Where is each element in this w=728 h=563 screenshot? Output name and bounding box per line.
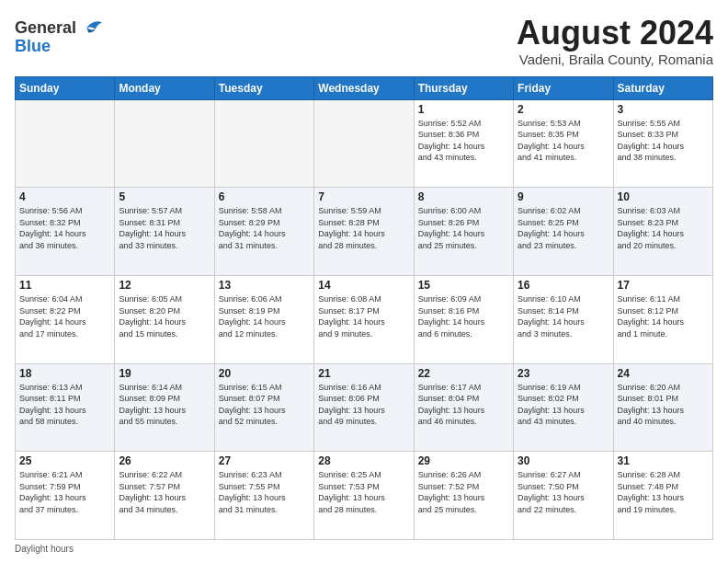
page: General Blue August 2024 Vadeni, Braila … (0, 0, 728, 563)
day-number: 19 (119, 367, 210, 380)
day-number: 26 (119, 454, 210, 467)
day-number: 2 (518, 103, 609, 116)
calendar-cell-w4-d4: 29Sunrise: 6:26 AM Sunset: 7:52 PM Dayli… (414, 452, 513, 540)
day-info: Sunrise: 6:16 AM Sunset: 8:06 PM Dayligh… (318, 382, 409, 428)
calendar-cell-w3-d3: 21Sunrise: 6:16 AM Sunset: 8:06 PM Dayli… (314, 363, 414, 452)
calendar-cell-w2-d3: 14Sunrise: 6:08 AM Sunset: 8:17 PM Dayli… (314, 275, 414, 363)
calendar-table: SundayMondayTuesdayWednesdayThursdayFrid… (15, 76, 713, 540)
day-info: Sunrise: 6:10 AM Sunset: 8:14 PM Dayligh… (518, 293, 609, 339)
day-number: 9 (518, 190, 609, 203)
calendar-cell-w3-d6: 24Sunrise: 6:20 AM Sunset: 8:01 PM Dayli… (613, 363, 712, 452)
day-info: Sunrise: 6:04 AM Sunset: 8:22 PM Dayligh… (19, 293, 110, 339)
title-block: August 2024 Vadeni, Braila County, Roman… (517, 15, 713, 67)
day-info: Sunrise: 6:25 AM Sunset: 7:53 PM Dayligh… (318, 469, 409, 515)
calendar-cell-w1-d2: 6Sunrise: 5:58 AM Sunset: 8:29 PM Daylig… (214, 188, 313, 276)
calendar-cell-w4-d3: 28Sunrise: 6:25 AM Sunset: 7:53 PM Dayli… (314, 452, 414, 540)
day-info: Sunrise: 6:08 AM Sunset: 8:17 PM Dayligh… (318, 293, 409, 339)
day-number: 27 (219, 454, 310, 467)
day-info: Sunrise: 5:52 AM Sunset: 8:36 PM Dayligh… (418, 118, 509, 164)
logo: General Blue (15, 15, 104, 56)
day-info: Sunrise: 6:21 AM Sunset: 7:59 PM Dayligh… (19, 469, 110, 515)
day-info: Sunrise: 6:19 AM Sunset: 8:02 PM Dayligh… (518, 382, 609, 428)
day-number: 24 (618, 367, 709, 380)
day-number: 10 (618, 190, 709, 203)
day-info: Sunrise: 6:20 AM Sunset: 8:01 PM Dayligh… (618, 382, 709, 428)
calendar-cell-w1-d5: 9Sunrise: 6:02 AM Sunset: 8:25 PM Daylig… (514, 188, 613, 276)
day-info: Sunrise: 6:28 AM Sunset: 7:48 PM Dayligh… (618, 469, 709, 515)
day-info: Sunrise: 5:58 AM Sunset: 8:29 PM Dayligh… (219, 205, 310, 251)
calendar-cell-w0-d3 (314, 99, 414, 188)
day-info: Sunrise: 6:02 AM Sunset: 8:25 PM Dayligh… (518, 205, 609, 251)
footer-note: Daylight hours (15, 544, 713, 554)
calendar-cell-w4-d1: 26Sunrise: 6:22 AM Sunset: 7:57 PM Dayli… (115, 452, 214, 540)
week-row-1: 4Sunrise: 5:56 AM Sunset: 8:32 PM Daylig… (16, 188, 713, 276)
day-number: 11 (19, 279, 110, 292)
calendar-cell-w2-d5: 16Sunrise: 6:10 AM Sunset: 8:14 PM Dayli… (514, 275, 613, 363)
day-info: Sunrise: 6:03 AM Sunset: 8:23 PM Dayligh… (618, 205, 709, 251)
day-info: Sunrise: 6:27 AM Sunset: 7:50 PM Dayligh… (518, 469, 609, 515)
calendar-cell-w1-d6: 10Sunrise: 6:03 AM Sunset: 8:23 PM Dayli… (613, 188, 712, 276)
day-info: Sunrise: 6:17 AM Sunset: 8:04 PM Dayligh… (418, 382, 509, 428)
day-number: 31 (618, 454, 709, 467)
header-monday: Monday (115, 76, 214, 99)
day-number: 1 (418, 103, 509, 116)
calendar-cell-w4-d6: 31Sunrise: 6:28 AM Sunset: 7:48 PM Dayli… (613, 452, 712, 540)
day-info: Sunrise: 5:53 AM Sunset: 8:35 PM Dayligh… (518, 118, 609, 164)
day-info: Sunrise: 6:00 AM Sunset: 8:26 PM Dayligh… (418, 205, 509, 251)
header-wednesday: Wednesday (314, 76, 414, 99)
calendar-cell-w1-d0: 4Sunrise: 5:56 AM Sunset: 8:32 PM Daylig… (16, 188, 115, 276)
main-title: August 2024 (517, 15, 713, 52)
calendar-cell-w3-d0: 18Sunrise: 6:13 AM Sunset: 8:11 PM Dayli… (16, 363, 115, 452)
week-row-3: 18Sunrise: 6:13 AM Sunset: 8:11 PM Dayli… (16, 363, 713, 452)
day-number: 21 (318, 367, 409, 380)
day-number: 15 (418, 279, 509, 292)
day-number: 4 (19, 190, 110, 203)
calendar-cell-w2-d4: 15Sunrise: 6:09 AM Sunset: 8:16 PM Dayli… (414, 275, 513, 363)
calendar-cell-w0-d0 (16, 99, 115, 188)
day-number: 23 (518, 367, 609, 380)
calendar-cell-w1-d1: 5Sunrise: 5:57 AM Sunset: 8:31 PM Daylig… (115, 188, 214, 276)
logo-bird-icon (78, 15, 104, 40)
day-number: 25 (19, 454, 110, 467)
header: General Blue August 2024 Vadeni, Braila … (15, 15, 713, 67)
day-number: 14 (318, 279, 409, 292)
day-info: Sunrise: 5:56 AM Sunset: 8:32 PM Dayligh… (19, 205, 110, 251)
daylight-label: Daylight hours (15, 544, 74, 554)
day-number: 20 (219, 367, 310, 380)
header-tuesday: Tuesday (214, 76, 313, 99)
day-number: 18 (19, 367, 110, 380)
calendar-cell-w3-d2: 20Sunrise: 6:15 AM Sunset: 8:07 PM Dayli… (214, 363, 313, 452)
day-number: 30 (518, 454, 609, 467)
week-row-0: 1Sunrise: 5:52 AM Sunset: 8:36 PM Daylig… (16, 99, 713, 188)
week-row-4: 25Sunrise: 6:21 AM Sunset: 7:59 PM Dayli… (16, 452, 713, 540)
calendar-cell-w2-d1: 12Sunrise: 6:05 AM Sunset: 8:20 PM Dayli… (115, 275, 214, 363)
calendar-cell-w0-d1 (115, 99, 214, 188)
calendar-cell-w4-d2: 27Sunrise: 6:23 AM Sunset: 7:55 PM Dayli… (214, 452, 313, 540)
day-number: 13 (219, 279, 310, 292)
day-number: 28 (318, 454, 409, 467)
subtitle: Vadeni, Braila County, Romania (517, 52, 713, 67)
calendar-cell-w0-d5: 2Sunrise: 5:53 AM Sunset: 8:35 PM Daylig… (514, 99, 613, 188)
logo-general-text: General (15, 18, 76, 38)
calendar-cell-w0-d4: 1Sunrise: 5:52 AM Sunset: 8:36 PM Daylig… (414, 99, 513, 188)
calendar-cell-w1-d3: 7Sunrise: 5:59 AM Sunset: 8:28 PM Daylig… (314, 188, 414, 276)
calendar-cell-w1-d4: 8Sunrise: 6:00 AM Sunset: 8:26 PM Daylig… (414, 188, 513, 276)
day-info: Sunrise: 5:59 AM Sunset: 8:28 PM Dayligh… (318, 205, 409, 251)
day-info: Sunrise: 5:55 AM Sunset: 8:33 PM Dayligh… (618, 118, 709, 164)
day-info: Sunrise: 6:05 AM Sunset: 8:20 PM Dayligh… (119, 293, 210, 339)
day-number: 8 (418, 190, 509, 203)
day-info: Sunrise: 6:14 AM Sunset: 8:09 PM Dayligh… (119, 382, 210, 428)
day-number: 5 (119, 190, 210, 203)
calendar-cell-w4-d0: 25Sunrise: 6:21 AM Sunset: 7:59 PM Dayli… (16, 452, 115, 540)
calendar-cell-w3-d1: 19Sunrise: 6:14 AM Sunset: 8:09 PM Dayli… (115, 363, 214, 452)
day-info: Sunrise: 6:13 AM Sunset: 8:11 PM Dayligh… (19, 382, 110, 428)
calendar-cell-w2-d2: 13Sunrise: 6:06 AM Sunset: 8:19 PM Dayli… (214, 275, 313, 363)
day-info: Sunrise: 6:26 AM Sunset: 7:52 PM Dayligh… (418, 469, 509, 515)
day-info: Sunrise: 5:57 AM Sunset: 8:31 PM Dayligh… (119, 205, 210, 251)
day-number: 16 (518, 279, 609, 292)
day-number: 3 (618, 103, 709, 116)
calendar-cell-w3-d4: 22Sunrise: 6:17 AM Sunset: 8:04 PM Dayli… (414, 363, 513, 452)
day-number: 7 (318, 190, 409, 203)
day-info: Sunrise: 6:22 AM Sunset: 7:57 PM Dayligh… (119, 469, 210, 515)
header-friday: Friday (514, 76, 613, 99)
